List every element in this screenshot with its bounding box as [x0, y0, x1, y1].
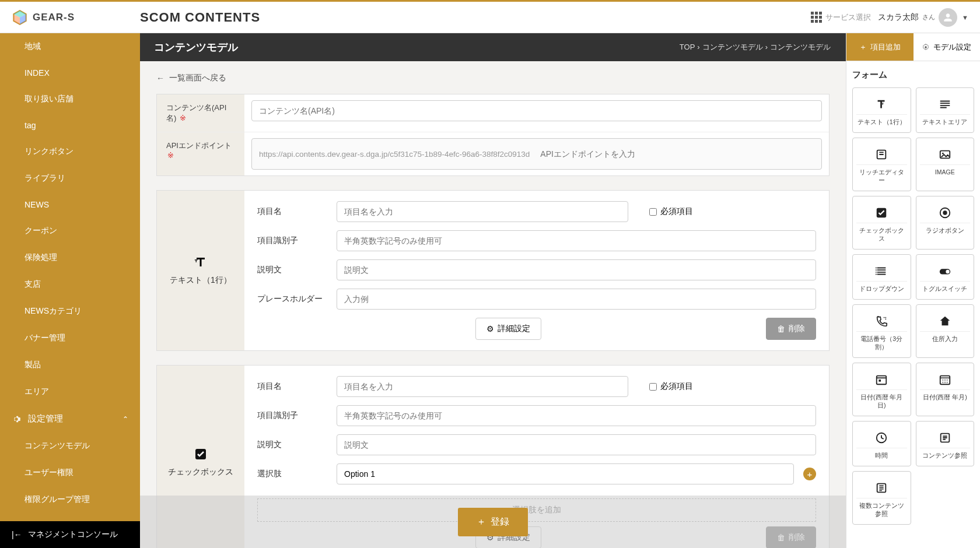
register-button[interactable]: ＋登録: [458, 508, 528, 536]
user-suffix: さん: [922, 13, 935, 22]
text-icon: [856, 94, 907, 115]
widget-label: 時間: [875, 452, 888, 460]
field-options-label: 選択肢: [257, 469, 327, 479]
widget-checkbox[interactable]: チェックボックス: [852, 196, 911, 250]
widget-dropdown[interactable]: ドロップダウン: [852, 254, 911, 300]
placeholder-input[interactable]: [337, 289, 816, 310]
sidebar-item[interactable]: NEWS: [0, 192, 140, 217]
widget-date-ymd[interactable]: 日付(西暦 年月日): [852, 363, 911, 416]
block-type-text: テキスト（1行）: [157, 191, 244, 350]
breadcrumb-item[interactable]: コンテンツモデル: [770, 43, 831, 51]
widget-label: コンテンツ参照: [922, 452, 967, 460]
service-select-label: サービス選択: [825, 12, 871, 23]
widget-label: テキストエリア: [922, 118, 967, 127]
sidebar-item[interactable]: 製品: [0, 352, 140, 378]
page-title: コンテンツモデル: [154, 40, 238, 54]
widget-address[interactable]: 住所入力: [916, 304, 975, 358]
chevron-up-icon: ⌃: [123, 415, 128, 423]
widget-time[interactable]: 時間: [852, 421, 911, 466]
sidebar-item[interactable]: 支店: [0, 271, 140, 298]
sidebar-item[interactable]: 取り扱い店舗: [0, 86, 140, 113]
text-icon: [194, 255, 208, 269]
plus-icon: ＋: [859, 42, 867, 52]
sidebar-item[interactable]: INDEX: [0, 60, 140, 86]
breadcrumb-item[interactable]: コンテンツモデル: [702, 43, 763, 51]
widget-text[interactable]: テキスト（1行）: [852, 87, 911, 133]
breadcrumb[interactable]: TOP›コンテンツモデル›コンテンツモデル: [678, 42, 832, 52]
widget-label: 日付(西暦 年月日): [856, 394, 907, 410]
field-item-id-label: 項目識別子: [257, 236, 327, 246]
logo[interactable]: GEAR-S: [12, 9, 140, 26]
delete-button[interactable]: 🗑削除: [766, 318, 816, 340]
svg-point-20: [886, 318, 887, 319]
sidebar-group-settings[interactable]: 設定管理 ⌃: [0, 405, 140, 433]
user-menu[interactable]: スカラ太郎 さん ▼: [878, 8, 968, 27]
widget-phone[interactable]: 電話番号（3分割）: [852, 304, 911, 358]
tab-add-item[interactable]: ＋項目追加: [846, 33, 914, 61]
widget-toggle[interactable]: トグルスイッチ: [916, 254, 975, 300]
item-name-input[interactable]: [337, 201, 628, 222]
description-input[interactable]: [337, 434, 816, 455]
user-name: スカラ太郎: [878, 12, 919, 23]
sidebar-item[interactable]: 保険処理: [0, 244, 140, 271]
dropdown-icon: [856, 261, 907, 282]
sidebar-subitem[interactable]: ユーザー権限: [0, 459, 140, 486]
panel-title: フォーム: [852, 69, 974, 80]
tab-model-settings[interactable]: モデル設定: [914, 33, 981, 61]
sidebar-item[interactable]: バナー管理: [0, 325, 140, 352]
widget-label: ラジオボタン: [926, 227, 964, 235]
description-input[interactable]: [337, 259, 816, 280]
block-type-label: テキスト（1行）: [170, 275, 232, 286]
field-description-label: 説明文: [257, 265, 327, 275]
required-checkbox[interactable]: 必須項目: [649, 381, 693, 392]
sidebar-item[interactable]: ライブラリ: [0, 165, 140, 192]
breadcrumb-item[interactable]: TOP: [680, 43, 695, 51]
brand-text: GEAR-S: [33, 12, 75, 23]
sidebar-subitem[interactable]: コンテンツモデル: [0, 433, 140, 459]
option-input[interactable]: [337, 463, 794, 484]
phone-icon: [856, 311, 907, 332]
widget-ref[interactable]: コンテンツ参照: [916, 421, 975, 466]
plus-icon: ＋: [477, 516, 486, 528]
time-icon: [856, 427, 907, 448]
detail-settings-button[interactable]: ⚙詳細設定: [475, 318, 541, 340]
trash-icon: 🗑: [777, 324, 785, 333]
api-endpoint-input[interactable]: [533, 144, 814, 164]
field-item-name-label: 項目名: [257, 206, 327, 217]
sidebar-subitem[interactable]: 権限グループ管理: [0, 486, 140, 513]
sidebar-item[interactable]: 地域: [0, 33, 140, 60]
sidebar-item[interactable]: リンクボタン: [0, 138, 140, 165]
sidebar-item[interactable]: tag: [0, 113, 140, 138]
widget-image[interactable]: IMAGE: [916, 138, 975, 191]
widget-radio[interactable]: ラジオボタン: [916, 196, 975, 250]
field-item-id-label: 項目識別子: [257, 410, 327, 421]
sidebar-footer[interactable]: |← マネジメントコンソール: [0, 521, 140, 548]
arrow-left-icon: ←: [156, 73, 164, 83]
svg-point-8: [942, 152, 944, 154]
required-checkbox[interactable]: 必須項目: [649, 206, 693, 217]
checkbox-icon: [194, 447, 208, 461]
widget-date-ym[interactable]: 日付(西暦 年月): [916, 363, 975, 416]
sidebar-item[interactable]: エリア: [0, 378, 140, 405]
item-name-input[interactable]: [337, 376, 628, 397]
service-select[interactable]: サービス選択: [811, 12, 871, 23]
svg-rect-22: [879, 380, 881, 382]
exit-icon: |←: [12, 530, 22, 539]
add-option-button[interactable]: +: [803, 468, 816, 480]
item-id-input[interactable]: [337, 405, 816, 426]
sidebar-item[interactable]: クーポン: [0, 217, 140, 244]
content-name-input[interactable]: [251, 100, 822, 121]
widget-label: 電話番号（3分割）: [856, 335, 907, 352]
avatar-icon: [939, 8, 957, 27]
widget-label: 日付(西暦 年月): [923, 394, 967, 402]
widget-richtext[interactable]: リッチエディター: [852, 138, 911, 191]
back-link[interactable]: ← 一覧画面へ戻る: [156, 73, 830, 83]
sidebar-item[interactable]: NEWSカテゴリ: [0, 298, 140, 325]
widget-textarea[interactable]: テキストエリア: [916, 87, 975, 133]
api-endpoint-label: APIエンドポイント ※: [157, 132, 244, 175]
widget-label: トグルスイッチ: [922, 285, 967, 293]
widget-multiref[interactable]: 複数コンテンツ参照: [852, 471, 911, 525]
item-id-input[interactable]: [337, 230, 816, 251]
app-title: SCOM CONTENTS: [140, 10, 260, 25]
content-name-label: コンテンツ名(API名) ※: [157, 94, 244, 132]
